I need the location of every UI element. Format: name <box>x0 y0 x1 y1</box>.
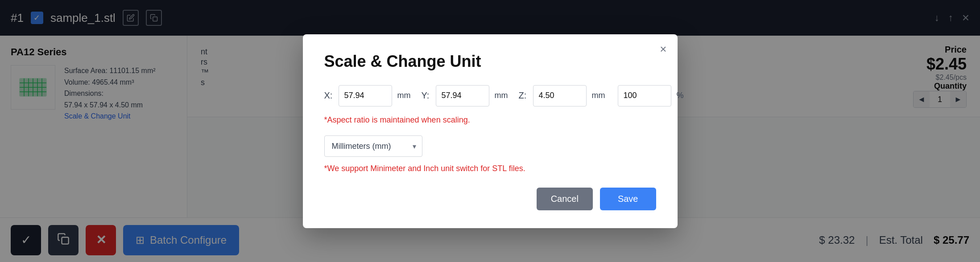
z-input[interactable] <box>533 85 587 106</box>
modal-footer: Cancel Save <box>324 188 656 210</box>
z-label: Z: <box>519 90 528 101</box>
save-button[interactable]: Save <box>600 188 656 210</box>
x-input[interactable] <box>339 85 392 106</box>
x-unit: mm <box>397 91 411 100</box>
modal-title: Scale & Change Unit <box>324 52 656 71</box>
z-unit: mm <box>592 91 605 100</box>
unit-select[interactable]: Millimeters (mm) Inches (in) <box>324 135 422 157</box>
x-label: X: <box>324 90 333 101</box>
scale-change-unit-modal: Scale & Change Unit × X: mm Y: mm Z: mm … <box>303 34 678 228</box>
y-unit: mm <box>495 91 508 100</box>
aspect-ratio-note: *Aspect ratio is maintained when scaling… <box>324 115 656 125</box>
unit-support-note: *We support Minimeter and Inch unit swit… <box>324 164 656 173</box>
dimensions-input-row: X: mm Y: mm Z: mm % <box>324 85 656 106</box>
cancel-button[interactable]: Cancel <box>537 188 593 210</box>
y-label: Y: <box>422 90 430 101</box>
percent-input[interactable] <box>618 85 671 106</box>
y-input[interactable] <box>436 85 489 106</box>
percent-symbol: % <box>677 91 684 100</box>
modal-overlay: Scale & Change Unit × X: mm Y: mm Z: mm … <box>0 0 980 262</box>
modal-close-button[interactable]: × <box>660 43 666 55</box>
unit-select-wrapper: Millimeters (mm) Inches (in) ▾ <box>324 135 422 157</box>
